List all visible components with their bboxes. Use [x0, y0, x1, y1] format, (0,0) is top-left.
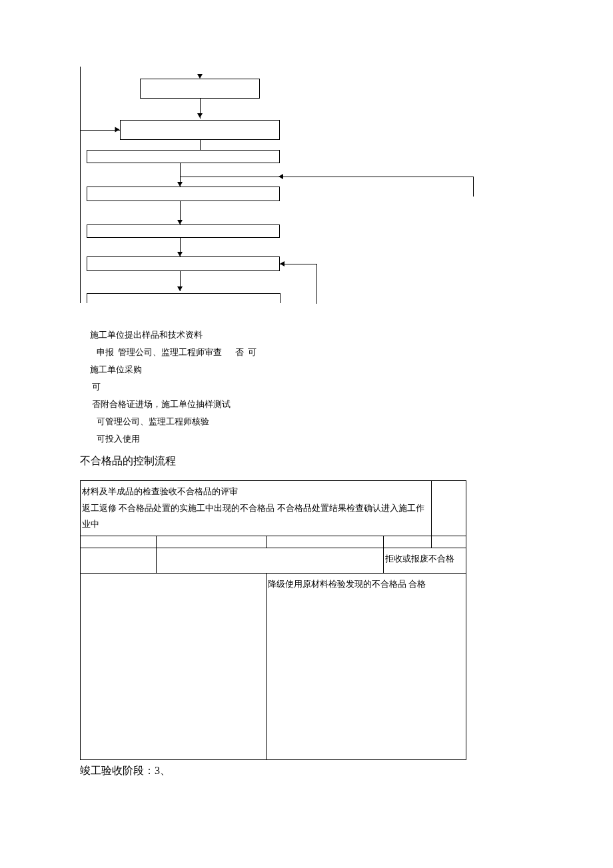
flowchart-diagram	[80, 67, 480, 313]
footer-title: 竣工验收阶段：3、	[80, 764, 533, 778]
text-line-4: 可	[90, 378, 533, 396]
text-line-6: 可管理公司、监理工程师核验	[90, 413, 533, 430]
flow-box-5	[87, 224, 280, 238]
section-title-nonconforming: 不合格品的控制流程	[80, 454, 533, 468]
table-header-text-2: 返工返修 不合格品处置的实施工中出现的不合格品 不合格品处置结果检查确认进入施工…	[82, 500, 430, 533]
text-line-5: 否附合格证进场，施工单位抽样测试	[90, 396, 533, 413]
flow-box-2	[120, 120, 280, 140]
text-line-7: 可投入使用	[90, 430, 533, 448]
text-line-1: 施工单位提出样品和技术资料	[90, 326, 533, 344]
flow-box-3	[87, 150, 280, 163]
flowchart-text: 施工单位提出样品和技术资料 申报 管理公司、监理工程师审查 否 可 施工单位采购…	[90, 326, 533, 448]
text-line-3: 施工单位采购	[90, 361, 533, 378]
nonconforming-table: 材料及半成品的检查验收不合格品的评审 返工返修 不合格品处置的实施工中出现的不合…	[80, 480, 466, 760]
table-cell-reject: 拒收或报废不合格	[383, 548, 466, 574]
table-header-text-1: 材料及半成品的检查验收不合格品的评审	[82, 484, 430, 500]
table-cell-downgrade: 降级使用原材料检验发现的不合格品 合格	[267, 574, 466, 760]
flow-box-4	[87, 187, 280, 201]
flow-box-6	[87, 256, 280, 271]
flow-box-1	[140, 79, 260, 99]
text-line-2: 申报 管理公司、监理工程师审查 否 可	[90, 344, 533, 361]
